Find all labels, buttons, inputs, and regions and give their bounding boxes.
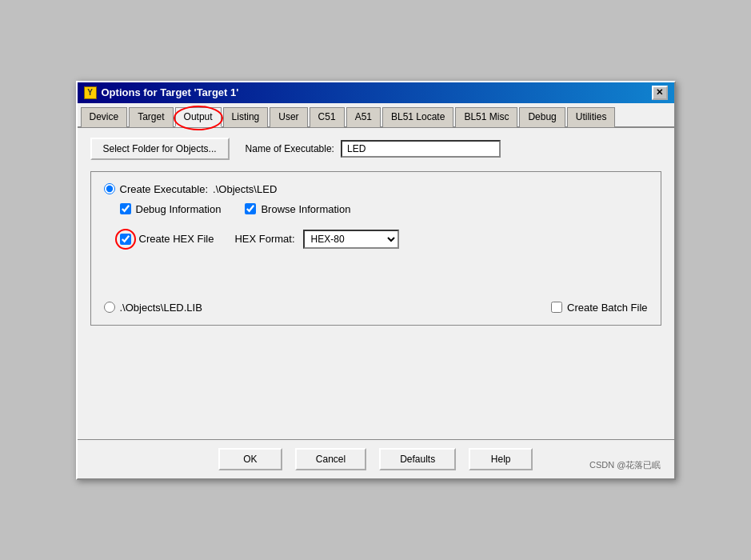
tab-a51[interactable]: A51 xyxy=(346,107,381,127)
tab-debug[interactable]: Debug xyxy=(519,107,565,127)
browse-info-label: Browse Information xyxy=(261,203,350,215)
dialog-window: Y Options for Target 'Target 1' ✕ Device… xyxy=(76,81,676,480)
tab-user[interactable]: User xyxy=(270,107,307,127)
tab-bar: Device Target Output Listing User C51 A5… xyxy=(78,103,674,128)
help-button[interactable]: Help xyxy=(469,448,533,470)
top-bar: Select Folder for Objects... Name of Exe… xyxy=(90,138,661,160)
name-executable-input[interactable] xyxy=(341,140,501,158)
defaults-button[interactable]: Defaults xyxy=(379,448,456,470)
hex-format-select[interactable]: HEX-80 HEX-386 xyxy=(303,230,399,249)
hex-format-row: Create HEX File HEX Format: HEX-80 HEX-3… xyxy=(120,230,648,249)
debug-info-label: Debug Information xyxy=(136,203,222,215)
create-batch-label: Create Batch File xyxy=(567,302,647,314)
name-executable-label: Name of Executable: xyxy=(246,143,334,154)
create-executable-row: Create Executable: .\Objects\LED xyxy=(104,183,648,195)
bottom-of-box: .\Objects\LED.LIB Create Batch File xyxy=(104,302,648,314)
checkbox-section: Debug Information Browse Information xyxy=(120,203,648,222)
title-bar: Y Options for Target 'Target 1' ✕ xyxy=(78,82,674,103)
browse-info-row: Browse Information xyxy=(245,203,350,215)
browse-info-checkbox[interactable] xyxy=(245,203,256,214)
spacer xyxy=(104,249,648,289)
app-icon: Y xyxy=(84,86,97,99)
cancel-button[interactable]: Cancel xyxy=(295,448,366,470)
lib-radio[interactable] xyxy=(104,302,115,313)
create-batch-checkbox[interactable] xyxy=(551,302,562,313)
watermark: CSDN @花落已眠 xyxy=(586,458,664,472)
tab-output[interactable]: Output xyxy=(175,107,222,127)
tab-target[interactable]: Target xyxy=(129,107,173,127)
lib-label: .\Objects\LED.LIB xyxy=(120,302,202,314)
button-bar: OK Cancel Defaults Help xyxy=(78,439,674,478)
title-bar-left: Y Options for Target 'Target 1' xyxy=(84,86,239,99)
close-button[interactable]: ✕ xyxy=(652,86,668,100)
select-folder-button[interactable]: Select Folder for Objects... xyxy=(90,138,230,160)
tab-utilities[interactable]: Utilities xyxy=(567,107,616,127)
debug-info-row: Debug Information xyxy=(120,203,222,215)
tab-listing[interactable]: Listing xyxy=(223,107,269,127)
hex-format-label: HEX Format: xyxy=(234,233,294,245)
create-batch-file-row: Create Batch File xyxy=(551,302,647,314)
ok-button[interactable]: OK xyxy=(218,448,282,470)
main-box: Create Executable: .\Objects\LED Debug I… xyxy=(90,171,661,326)
hex-circle-wrapper xyxy=(120,234,131,245)
create-executable-path: .\Objects\LED xyxy=(213,183,277,195)
tab-bl51-misc[interactable]: BL51 Misc xyxy=(455,107,517,127)
tab-bl51-locate[interactable]: BL51 Locate xyxy=(382,107,453,127)
lib-row: .\Objects\LED.LIB xyxy=(104,302,202,314)
debug-info-checkbox[interactable] xyxy=(120,203,131,214)
create-hex-checkbox[interactable] xyxy=(120,234,131,245)
content-area: Select Folder for Objects... Name of Exe… xyxy=(78,128,674,439)
name-executable-group: Name of Executable: xyxy=(246,140,501,158)
tab-device[interactable]: Device xyxy=(81,107,128,127)
create-executable-radio[interactable] xyxy=(104,183,115,194)
create-hex-label: Create HEX File xyxy=(139,233,214,245)
empty-area xyxy=(90,334,661,430)
tab-c51[interactable]: C51 xyxy=(310,107,345,127)
window-title: Options for Target 'Target 1' xyxy=(102,86,239,98)
create-executable-label: Create Executable: xyxy=(120,183,209,195)
